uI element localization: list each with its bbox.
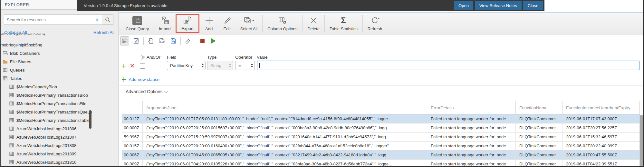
column-header-errordetails[interactable]: ErrorDetails: [427, 101, 516, 114]
add-button[interactable]: Add: [200, 16, 218, 31]
table-scrollbar-thumb[interactable]: [640, 115, 643, 167]
field-header: Field: [167, 55, 176, 60]
sidebar-scrollbar[interactable]: [89, 110, 91, 129]
tree-item-clipped[interactable]: umobrlogslhlplt5hxb5nq: [0, 34, 119, 41]
import-button[interactable]: Import: [155, 16, 175, 31]
andor-header: And/Or: [140, 55, 160, 60]
stop-button[interactable]: [198, 37, 207, 45]
toolbar-separator: [154, 15, 154, 32]
text-editor-button[interactable]: [132, 37, 140, 45]
chevron-down-icon: [164, 89, 168, 93]
tree-item-table[interactable]: AzureWebJobsHostLogs201806: [0, 124, 119, 133]
tree-item-file-shares[interactable]: File Shares: [0, 57, 119, 66]
tree-item-table[interactable]: AzureWebJobsHostLogs201810: [0, 158, 119, 166]
table-icon: [9, 126, 14, 131]
tables-icon: [3, 76, 8, 81]
clear-query-button[interactable]: [184, 37, 192, 45]
toolbar-separator: [302, 15, 303, 32]
select-stepper-icon: [200, 64, 205, 67]
tree-item-table[interactable]: $MetricsCapacityBlob: [0, 83, 119, 91]
table-row[interactable]: 00.009Z {"myTimer":"2019-06-01T04:20:00.…: [122, 160, 640, 167]
query-toolbar: Close Query Import Export: [119, 13, 644, 34]
plus-icon: +: [121, 75, 126, 84]
tree-item-table[interactable]: $MetricsHourPrimaryTransactionsTable: [0, 116, 119, 124]
tree-item-table[interactable]: $MetricsHourPrimaryTransactionsFile: [0, 99, 119, 108]
value-header: Value: [257, 55, 268, 60]
select-stepper-icon: [249, 64, 255, 67]
refresh-button[interactable]: Refresh: [363, 16, 387, 31]
clear-search-icon[interactable]: ✕: [92, 17, 102, 22]
export-button[interactable]: Export: [177, 15, 198, 31]
resource-search: ✕: [4, 15, 113, 25]
tree-item-table[interactable]: $MetricsHourPrimaryTransactionsBlob: [0, 91, 119, 99]
section-divider: [119, 85, 644, 86]
table-row[interactable]: 00.015Z {"myTimer":"2019-06-02T20:20:00.…: [122, 142, 640, 151]
advanced-options-toggle[interactable]: Advanced Options: [126, 89, 168, 94]
search-input[interactable]: [4, 17, 92, 22]
operator-select[interactable]: =: [235, 61, 255, 70]
table-icon: [9, 118, 14, 123]
table-row[interactable]: 00.000Z {"myTimer":"2019-06-02T20:25:00.…: [122, 123, 640, 133]
table-statistics-icon: Σ: [339, 16, 348, 25]
open-query-button[interactable]: [147, 37, 155, 45]
search-icon: [105, 17, 111, 23]
add-new-clause-link[interactable]: + Add new clause: [121, 75, 159, 84]
view-release-notes-button[interactable]: View Release Notes: [475, 1, 522, 10]
column-header-functionname[interactable]: FunctionName: [516, 101, 562, 114]
tree-item-table[interactable]: AzureWebJobsHostLogs201807: [0, 133, 119, 141]
delete-icon: [309, 16, 318, 25]
run-button[interactable]: [209, 37, 218, 45]
close-query-icon: [132, 16, 143, 25]
open-update-button[interactable]: Open: [454, 1, 473, 10]
table-icon: [9, 134, 14, 140]
queues-icon: [3, 67, 8, 73]
tree-item-table[interactable]: AzureWebJobsHostLogs201809: [0, 150, 119, 158]
tree-item-blob-containers[interactable]: Blob Containers: [0, 49, 119, 57]
table-statistics-button[interactable]: Σ Table Statistics: [325, 16, 362, 31]
save-query-as-button[interactable]: [158, 37, 166, 45]
select-all-icon: [243, 16, 255, 25]
type-select[interactable]: String: [207, 61, 233, 70]
operator-header: Operator: [235, 55, 252, 60]
field-select[interactable]: PartitionKey: [167, 61, 206, 70]
column-header-argumentsjson[interactable]: ArgumentsJson: [143, 101, 427, 114]
column-options-icon: [278, 16, 287, 25]
toolbar-separator: [362, 15, 363, 32]
blob-containers-icon: [3, 51, 8, 56]
toolbar-separator: [195, 37, 195, 45]
select-all-button[interactable]: Select All: [236, 16, 262, 31]
column-header[interactable]: [122, 101, 143, 114]
export-highlight-box: Export: [176, 14, 199, 33]
toolbar-separator: [180, 37, 181, 45]
tree-item-table[interactable]: AzureWebJobsHostLogs201808: [0, 141, 119, 150]
edit-icon: [222, 16, 232, 25]
column-header-heartbeatexpiry[interactable]: FunctionInstanceHeartbeatExpiry: [562, 101, 640, 114]
explorer-sidebar: EXPLORER ✕ Collapse All Refresh All umob…: [0, 0, 119, 167]
add-icon: [204, 16, 214, 25]
toolbar-separator: [143, 37, 144, 45]
select-stepper-icon: [227, 64, 233, 67]
delete-button[interactable]: Delete: [303, 16, 324, 31]
value-input[interactable]: [257, 61, 639, 70]
tree-item-storage-account[interactable]: umobrlogslhlplt5hxb5nq: [0, 41, 119, 49]
table-icon: [9, 143, 14, 148]
toolbar-separator: [324, 15, 325, 32]
table-row[interactable]: 00.012Z {"myTimer":"2019-06-01T17:05:00.…: [122, 114, 640, 123]
update-notification-bar: Version 1.9.0 of Storage Explorer is ava…: [77, 0, 544, 11]
tree-item-table[interactable]: $MetricsHourPrimaryTransactionsQueue: [0, 108, 119, 116]
remove-clause-button[interactable]: ✕: [130, 61, 135, 71]
save-query-button[interactable]: [169, 37, 178, 45]
edit-button[interactable]: Edit: [218, 16, 236, 31]
table-icon: [9, 151, 14, 156]
clause-checkbox[interactable]: [140, 63, 145, 69]
table-row[interactable]: 00.006Z {"myTimer":"2019-06-01T09:45:00.…: [122, 151, 640, 160]
close-query-button[interactable]: Close Query: [121, 16, 153, 31]
column-options-button[interactable]: Column Options: [263, 16, 302, 31]
add-clause-button[interactable]: +: [121, 61, 126, 71]
table-row[interactable]: 59.996Z {"myTimer":"2019-06-02T15:29:59.…: [122, 133, 640, 142]
search-button[interactable]: [102, 15, 113, 25]
close-notification-button[interactable]: Close: [523, 1, 543, 10]
query-builder-button[interactable]: [120, 36, 129, 45]
tree-item-queues[interactable]: Queues: [0, 66, 119, 74]
tree-item-tables[interactable]: Tables: [0, 74, 119, 83]
